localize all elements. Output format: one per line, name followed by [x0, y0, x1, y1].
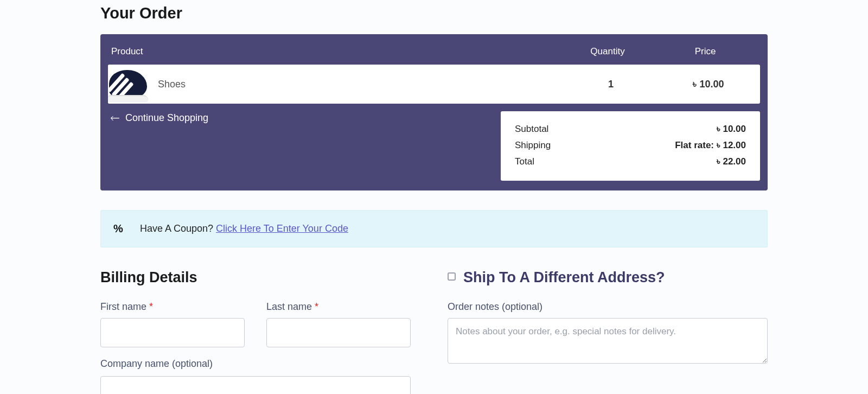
- header-price: Price: [654, 46, 757, 57]
- ship-different-address-heading: Ship To A Different Address?: [463, 269, 665, 286]
- last-name-label: Last name *: [266, 301, 411, 313]
- order-table-header: Product Quantity Price: [108, 42, 760, 65]
- coupon-toggle-link[interactable]: Click Here To Enter Your Code: [216, 223, 348, 234]
- first-name-input[interactable]: [100, 318, 245, 347]
- order-line-item: Shoes 1 ৳ 10.00: [108, 65, 760, 104]
- header-quantity: Quantity: [561, 46, 654, 57]
- order-totals-box: Subtotal ৳ 10.00 Shipping Flat rate: ৳ 1…: [501, 111, 760, 181]
- ship-different-address-checkbox[interactable]: [448, 272, 456, 281]
- subtotal-value: ৳ 10.00: [717, 124, 746, 135]
- total-value: ৳ 22.00: [717, 156, 746, 167]
- billing-details-heading: Billing Details: [100, 269, 411, 286]
- arrow-left-icon: 🡐: [110, 113, 120, 123]
- coupon-notice: % Have A Coupon? Click Here To Enter You…: [100, 210, 768, 247]
- product-quantity: 1: [565, 79, 657, 90]
- product-price: ৳ 10.00: [657, 79, 760, 90]
- company-name-label: Company name (optional): [100, 358, 411, 370]
- company-name-input[interactable]: [100, 376, 411, 394]
- total-label: Total: [515, 156, 534, 167]
- continue-shopping-label: Continue Shopping: [125, 112, 208, 124]
- last-name-input[interactable]: [266, 318, 411, 347]
- header-product: Product: [111, 46, 561, 57]
- order-summary-panel: Product Quantity Price Shoes 1 ৳ 10.00 🡐: [100, 34, 768, 190]
- shipping-label: Shipping: [515, 140, 551, 151]
- percent-icon: %: [112, 223, 125, 235]
- coupon-prompt-text: Have A Coupon?: [140, 223, 216, 234]
- product-thumbnail: [108, 65, 149, 104]
- your-order-heading: Your Order: [100, 4, 768, 22]
- subtotal-label: Subtotal: [515, 124, 548, 135]
- order-notes-label: Order notes (optional): [448, 301, 768, 313]
- product-name: Shoes: [158, 79, 186, 90]
- shipping-value: Flat rate: ৳ 12.00: [675, 140, 746, 151]
- order-notes-textarea[interactable]: [448, 318, 768, 364]
- continue-shopping-link[interactable]: 🡐 Continue Shopping: [108, 111, 210, 125]
- first-name-label: First name *: [100, 301, 245, 313]
